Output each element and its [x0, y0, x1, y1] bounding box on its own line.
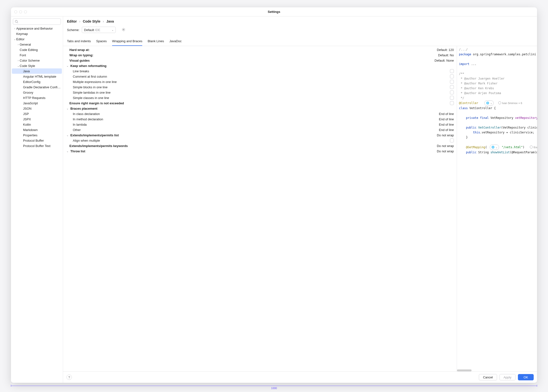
tree-item[interactable]: Protocol Buffer Text: [11, 143, 63, 148]
checkbox[interactable]: [450, 90, 454, 94]
option-row[interactable]: Wrap on typing:Default: No: [63, 52, 457, 58]
zoom-window-button[interactable]: [24, 10, 27, 13]
breadcrumb: Editor › Code Style › Java: [67, 19, 533, 23]
breadcrumb-item[interactable]: Editor: [67, 19, 77, 23]
option-row[interactable]: Hard wrap at:Default: 120: [63, 47, 457, 52]
checkbox[interactable]: [450, 96, 454, 100]
tree-item[interactable]: JSPX: [11, 116, 63, 122]
checkbox[interactable]: [450, 74, 454, 78]
option-row[interactable]: Simple blocks in one line: [63, 84, 457, 90]
tree-item[interactable]: EditorConfig: [11, 79, 63, 84]
chevron-down-icon: ⌄: [112, 29, 114, 31]
checkbox[interactable]: [450, 69, 454, 73]
tree-item[interactable]: Groovy: [11, 90, 63, 95]
option-row[interactable]: Extends/implements/permits keywordsDo no…: [63, 143, 457, 148]
option-row[interactable]: Multiple expressions in one line: [63, 79, 457, 84]
tree-item[interactable]: Kotlin: [11, 122, 63, 127]
tree-item[interactable]: ⌄Code Style: [11, 63, 63, 68]
minimize-window-button[interactable]: [19, 10, 22, 13]
tree-item[interactable]: Java: [12, 68, 62, 74]
help-icon[interactable]: ?: [66, 375, 72, 380]
globe-icon[interactable]: 🌐 ⌄: [490, 145, 499, 150]
settings-tree[interactable]: ›Appearance and BehaviorKeymap⌄Editor›Ge…: [11, 26, 63, 383]
option-value[interactable]: End of line: [439, 123, 454, 126]
tree-item[interactable]: Gradle Declarative Configurat: [11, 84, 63, 90]
cancel-button[interactable]: Cancel: [479, 374, 497, 380]
tree-item[interactable]: ›Appearance and Behavior: [11, 26, 63, 31]
tree-item-label: Groovy: [23, 91, 33, 94]
tree-item-label: General: [20, 43, 31, 46]
checkbox[interactable]: [450, 80, 454, 84]
option-label: Extends/implements/permits keywords: [69, 144, 435, 148]
option-row[interactable]: Simple classes in one line: [63, 95, 457, 100]
code-style-tabs: Tabs and indentsSpacesWrapping and Brace…: [63, 37, 537, 46]
breadcrumb-item[interactable]: Code Style: [83, 19, 100, 23]
option-row[interactable]: Comment at first column: [63, 74, 457, 79]
tree-item-label: Markdown: [23, 128, 38, 132]
option-row[interactable]: Ensure right margin is not exceeded: [63, 100, 457, 106]
option-value[interactable]: End of line: [439, 128, 454, 132]
option-row[interactable]: Align when multiple: [63, 138, 457, 143]
option-row[interactable]: OtherEnd of line: [63, 127, 457, 132]
option-value[interactable]: Do not wrap: [437, 144, 454, 148]
tab[interactable]: JavaDoc: [169, 37, 182, 46]
option-label: Simple lambdas in one line: [73, 91, 448, 94]
option-label: Extends/implements/permits list: [70, 133, 435, 137]
chevron-right-icon: ›: [103, 19, 104, 23]
tab[interactable]: Spaces: [96, 37, 107, 46]
tree-item[interactable]: Markdown: [11, 127, 63, 132]
globe-icon[interactable]: 🌐 ⌄: [484, 100, 494, 106]
tree-item[interactable]: JSP: [11, 111, 63, 116]
option-row[interactable]: Simple lambdas in one line: [63, 90, 457, 95]
tree-item[interactable]: Font: [11, 52, 63, 58]
breadcrumb-item: Java: [106, 19, 114, 23]
option-row[interactable]: In class declarationEnd of line: [63, 111, 457, 116]
option-row[interactable]: Visual guidesDefault: None: [63, 58, 457, 63]
tree-item[interactable]: Protocol Buffer: [11, 138, 63, 143]
scheme-select[interactable]: DefaultIDE ⌄: [82, 27, 116, 33]
tree-item[interactable]: Properties: [11, 132, 63, 138]
svg-point-2: [123, 29, 124, 30]
option-value[interactable]: Do not wrap: [437, 133, 454, 137]
option-row[interactable]: ⌄Extends/implements/permits listDo not w…: [63, 132, 457, 138]
checkbox[interactable]: [450, 139, 454, 142]
option-row[interactable]: ⌄Throw listDo not wrap: [63, 148, 457, 154]
option-row[interactable]: Line breaks: [63, 68, 457, 74]
tab[interactable]: Blank Lines: [148, 37, 164, 46]
close-window-button[interactable]: [14, 10, 17, 13]
option-value[interactable]: Default: None: [435, 59, 454, 62]
tree-item[interactable]: ›Color Scheme: [11, 58, 63, 63]
tree-item[interactable]: ⌄Editor: [11, 36, 63, 42]
option-value[interactable]: End of line: [439, 117, 454, 121]
tab[interactable]: Wrapping and Braces: [112, 37, 142, 46]
checkbox[interactable]: [450, 85, 454, 89]
tree-item[interactable]: HTTP Requests: [11, 95, 63, 100]
tree-item-label: Kotlin: [23, 123, 31, 126]
option-value[interactable]: Do not wrap: [437, 149, 454, 153]
option-value[interactable]: End of line: [439, 112, 454, 116]
tab[interactable]: Tabs and indents: [67, 37, 91, 46]
horizontal-scrollbar[interactable]: [457, 369, 472, 371]
tree-item[interactable]: Code Editing: [11, 47, 63, 52]
option-value[interactable]: Default: No: [438, 53, 454, 57]
ok-button[interactable]: OK: [518, 374, 534, 380]
options-pane[interactable]: Hard wrap at:Default: 120Wrap on typing:…: [63, 46, 457, 371]
tree-item[interactable]: Keymap: [11, 31, 63, 36]
option-label: Simple blocks in one line: [73, 85, 448, 89]
option-row[interactable]: In lambdaEnd of line: [63, 122, 457, 127]
apply-button[interactable]: Apply: [499, 374, 516, 380]
tree-item[interactable]: ›General: [11, 42, 63, 47]
tree-item[interactable]: Angular HTML template: [11, 74, 63, 79]
option-label: Braces placement: [70, 107, 454, 110]
tree-item-label: Protocol Buffer Text: [23, 144, 50, 148]
tree-item[interactable]: JSON: [11, 106, 63, 111]
option-row[interactable]: In method declarationEnd of line: [63, 116, 457, 122]
tree-item[interactable]: JavaScript: [11, 100, 63, 106]
scheme-label: Scheme:: [67, 28, 79, 32]
window-title: Settings: [11, 10, 537, 14]
option-value[interactable]: Default: 120: [437, 48, 454, 52]
checkbox[interactable]: [450, 101, 454, 105]
search-input[interactable]: [13, 18, 61, 25]
gear-icon[interactable]: [122, 28, 125, 32]
chevron-right-icon: ›: [17, 43, 20, 46]
